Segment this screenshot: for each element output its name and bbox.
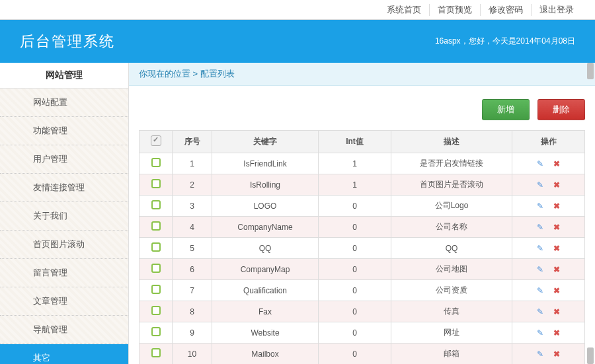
- delete-icon[interactable]: ✖: [553, 286, 560, 295]
- table-row: 6CompanyMap0公司地图✎✖: [139, 259, 585, 280]
- table-row: 10Mailbox0邮箱✎✖: [139, 344, 585, 365]
- cell-intval: 0: [318, 259, 391, 280]
- sidebar-item[interactable]: 用户管理: [0, 145, 128, 174]
- cell-desc: QQ: [391, 238, 512, 259]
- edit-icon[interactable]: ✎: [537, 328, 543, 338]
- greeting: 16aspx，您好，今天是2014年04月08日: [435, 36, 575, 47]
- delete-icon[interactable]: ✖: [553, 265, 560, 274]
- row-checkbox[interactable]: [151, 327, 161, 336]
- cell-desc: 是否开启友情链接: [391, 153, 512, 174]
- cell-intval: 0: [318, 322, 391, 344]
- edit-icon[interactable]: ✎: [537, 201, 543, 211]
- cell-keyword: Qualification: [212, 280, 319, 301]
- today-date: 2014年04月08日: [516, 36, 575, 46]
- sidebar-item[interactable]: 其它: [0, 344, 128, 364]
- delete-icon[interactable]: ✖: [553, 223, 560, 232]
- cell-intval: 0: [318, 280, 391, 301]
- edit-icon[interactable]: ✎: [537, 307, 543, 316]
- sidebar-item[interactable]: 功能管理: [0, 117, 128, 145]
- delete-icon[interactable]: ✖: [553, 307, 560, 316]
- breadcrumb-sep: >: [190, 69, 200, 79]
- delete-icon[interactable]: ✖: [553, 159, 560, 168]
- greet-text: ，您好，今天是: [461, 36, 516, 46]
- cell-desc: 网址: [391, 322, 512, 344]
- row-checkbox[interactable]: [151, 306, 161, 315]
- col-index: 序号: [173, 131, 212, 153]
- col-op: 操作: [512, 131, 585, 153]
- row-checkbox[interactable]: [151, 221, 161, 231]
- nav-password[interactable]: 修改密码: [481, 4, 532, 16]
- header: 后台管理系统 16aspx，您好，今天是2014年04月08日: [0, 20, 595, 63]
- cell-intval: 0: [318, 344, 391, 365]
- breadcrumb-prefix: 你现在的位置: [139, 69, 190, 79]
- edit-icon[interactable]: ✎: [537, 286, 543, 295]
- table-row: 8Fax0传真✎✖: [139, 301, 585, 322]
- config-table: 序号 关键字 Int值 描述 操作 1IsFriendLink1是否开启友情链接…: [139, 130, 585, 364]
- sidebar-item[interactable]: 网站配置: [0, 89, 128, 117]
- row-checkbox[interactable]: [151, 179, 161, 188]
- delete-button[interactable]: 删除: [537, 99, 585, 120]
- scrollbar-thumb[interactable]: [587, 347, 594, 364]
- cell-intval: 1: [318, 174, 391, 196]
- sidebar-item[interactable]: 首页图片滚动: [0, 231, 128, 259]
- delete-icon[interactable]: ✖: [553, 328, 560, 338]
- edit-icon[interactable]: ✎: [537, 265, 543, 274]
- cell-keyword: CompanyMap: [212, 259, 319, 280]
- sidebar-item[interactable]: 文章管理: [0, 287, 128, 316]
- edit-icon[interactable]: ✎: [537, 244, 543, 253]
- cell-desc: 公司名称: [391, 217, 512, 238]
- breadcrumb-current: 配置列表: [200, 69, 235, 79]
- cell-desc: 公司资质: [391, 280, 512, 301]
- cell-keyword: QQ: [212, 238, 319, 259]
- table-row: 9Website0网址✎✖: [139, 322, 585, 344]
- cell-intval: 1: [318, 153, 391, 174]
- row-checkbox[interactable]: [151, 264, 161, 273]
- sidebar-header: 网站管理: [0, 63, 128, 89]
- cell-keyword: IsFriendLink: [212, 153, 319, 174]
- cell-desc: 邮箱: [391, 344, 512, 365]
- cell-desc: 传真: [391, 301, 512, 322]
- row-checkbox[interactable]: [151, 158, 161, 167]
- select-all-checkbox[interactable]: [151, 135, 161, 146]
- delete-icon[interactable]: ✖: [553, 244, 560, 253]
- edit-icon[interactable]: ✎: [537, 349, 543, 359]
- sidebar-item[interactable]: 友情连接管理: [0, 174, 128, 202]
- delete-icon[interactable]: ✖: [553, 180, 560, 190]
- nav-logout[interactable]: 退出登录: [532, 4, 582, 16]
- cell-index: 1: [173, 153, 212, 174]
- breadcrumb: 你现在的位置 > 配置列表: [129, 63, 595, 86]
- row-checkbox[interactable]: [151, 348, 161, 357]
- delete-icon[interactable]: ✖: [553, 201, 560, 211]
- sidebar-item[interactable]: 留言管理: [0, 259, 128, 287]
- cell-index: 2: [173, 174, 212, 196]
- sidebar-item[interactable]: 关于我们: [0, 202, 128, 231]
- cell-desc: 公司地图: [391, 259, 512, 280]
- cell-intval: 0: [318, 196, 391, 217]
- main-content: 你现在的位置 > 配置列表 新增 删除 序号 关键字 Int值 描述 操作 1I…: [129, 63, 595, 364]
- cell-keyword: LOGO: [212, 196, 319, 217]
- edit-icon[interactable]: ✎: [537, 159, 543, 168]
- username: 16aspx: [435, 36, 461, 46]
- table-row: 5QQ0QQ✎✖: [139, 238, 585, 259]
- nav-home[interactable]: 系统首页: [379, 4, 430, 16]
- scrollbar-thumb[interactable]: [587, 63, 594, 79]
- cell-intval: 0: [318, 217, 391, 238]
- top-nav: 系统首页 首页预览 修改密码 退出登录: [0, 0, 595, 20]
- sidebar-item[interactable]: 导航管理: [0, 316, 128, 344]
- row-checkbox[interactable]: [151, 285, 161, 294]
- cell-index: 7: [173, 280, 212, 301]
- nav-preview[interactable]: 首页预览: [430, 4, 481, 16]
- table-row: 7Qualification0公司资质✎✖: [139, 280, 585, 301]
- row-checkbox[interactable]: [151, 200, 161, 209]
- edit-icon[interactable]: ✎: [537, 180, 543, 190]
- edit-icon[interactable]: ✎: [537, 223, 543, 232]
- cell-index: 4: [173, 217, 212, 238]
- delete-icon[interactable]: ✖: [553, 349, 560, 359]
- row-checkbox[interactable]: [151, 242, 161, 252]
- cell-index: 3: [173, 196, 212, 217]
- cell-intval: 0: [318, 301, 391, 322]
- cell-index: 10: [173, 344, 212, 365]
- cell-desc: 首页图片是否滚动: [391, 174, 512, 196]
- add-button[interactable]: 新增: [482, 99, 530, 120]
- cell-keyword: CompanyName: [212, 217, 319, 238]
